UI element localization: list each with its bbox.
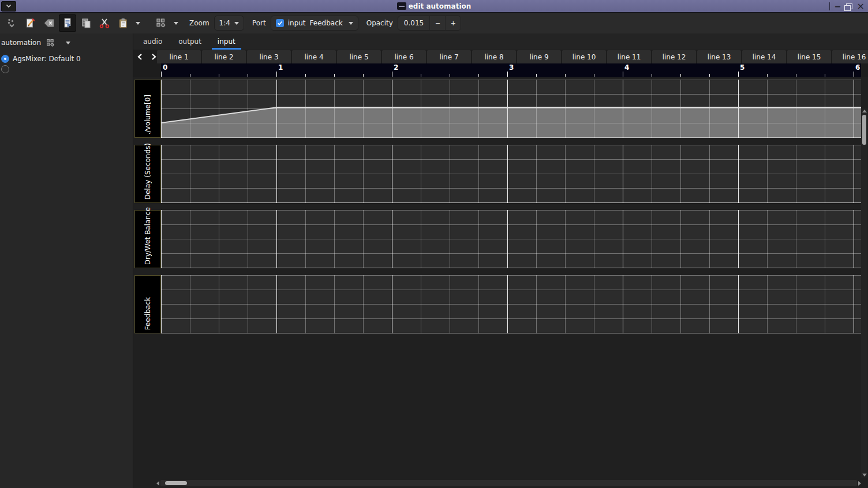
close-button[interactable]: × — [857, 2, 865, 11]
machine-radio-row[interactable]: AgsMixer: Default 0 — [1, 54, 133, 63]
minimize-button[interactable]: − — [835, 2, 841, 10]
line-tab-line-6[interactable]: line 6 — [382, 50, 426, 63]
radio-button[interactable] — [1, 65, 9, 73]
position-icon — [6, 17, 18, 29]
edit-tool-button[interactable] — [22, 14, 39, 32]
vscroll-thumb[interactable] — [862, 115, 866, 145]
port-combobox[interactable]: input Feedback — [271, 16, 358, 31]
paste-options-dropdown[interactable] — [133, 14, 143, 32]
port-name-label: Feedback — [310, 19, 345, 27]
opacity-increment-button[interactable]: + — [445, 16, 461, 30]
app-icon — [397, 2, 406, 10]
line-tab-line-4[interactable]: line 4 — [292, 50, 336, 63]
ruler-tick — [392, 72, 392, 77]
ruler-tick — [652, 74, 652, 77]
line-tab-line-8[interactable]: line 8 — [472, 50, 516, 63]
tab-input[interactable]: input — [212, 33, 241, 50]
edit-automation-window: edit automation − × — [0, 0, 868, 488]
horizontal-scrollbar[interactable] — [156, 479, 861, 487]
paste-tool-button[interactable] — [114, 14, 132, 32]
scroll-right-icon[interactable] — [858, 481, 861, 486]
scope-label: automation — [1, 39, 41, 47]
cut-tool-button[interactable] — [96, 14, 113, 32]
maximize-button[interactable] — [846, 3, 852, 9]
pencil-icon — [25, 17, 36, 29]
line-tab-line-16[interactable]: line 16 — [832, 50, 868, 63]
line-tab-line-2[interactable]: line 2 — [202, 50, 246, 63]
port-label: Port — [252, 19, 266, 27]
line-tab-line-14[interactable]: line 14 — [742, 50, 786, 63]
port-scope-label: input — [288, 19, 306, 27]
chevron-down-icon — [174, 22, 178, 25]
copy-tool-button[interactable] — [77, 14, 95, 32]
machine-selector-dropdown[interactable] — [171, 14, 181, 32]
clear-tool-button[interactable] — [40, 14, 58, 32]
lane-grid-feedback[interactable] — [161, 275, 861, 333]
scroll-up-icon[interactable] — [862, 110, 867, 112]
ruler[interactable]: 0123456 — [161, 63, 861, 77]
zoom-combobox[interactable]: 1:4 — [214, 16, 244, 31]
titlebar: edit automation − × — [0, 0, 868, 13]
tab-output[interactable]: output — [173, 33, 207, 50]
opacity-value[interactable]: 0.015 — [398, 19, 429, 27]
vertical-scrollbar[interactable] — [861, 108, 867, 478]
radio-button[interactable] — [1, 55, 9, 63]
ruler-tick — [190, 74, 190, 77]
lanes: ./volume[0]Delay (Seconds)Dry/Wet Balanc… — [133, 80, 868, 340]
automation-lane: Dry/Wet Balance — [134, 210, 861, 268]
scroll-down-icon[interactable] — [862, 474, 867, 476]
machine-selector-tool-button[interactable] — [152, 14, 170, 32]
line-tab-line-15[interactable]: line 15 — [787, 50, 831, 63]
line-tab-line-13[interactable]: line 13 — [697, 50, 741, 63]
line-tab-line-9[interactable]: line 9 — [517, 50, 561, 63]
editor-empty-area — [133, 340, 868, 479]
hscroll-track[interactable] — [160, 480, 857, 486]
scroll-left-icon[interactable] — [156, 481, 159, 486]
hscroll-thumb[interactable] — [165, 481, 187, 485]
opacity-spinbutton: 0.015 − + — [398, 16, 461, 31]
line-tab-line-7[interactable]: line 7 — [427, 50, 471, 63]
ruler-tick — [536, 74, 537, 77]
port-checkbox[interactable] — [276, 19, 284, 27]
lane-label: Delay (Seconds) — [134, 145, 161, 203]
machine-selector-icon — [46, 38, 55, 48]
line-tab-line-5[interactable]: line 5 — [337, 50, 381, 63]
line-tab-line-3[interactable]: line 3 — [247, 50, 291, 63]
chevron-left-icon[interactable] — [137, 53, 143, 61]
machine-list: AgsMixer: Default 0 — [1, 54, 133, 73]
window-menu-button[interactable] — [1, 1, 16, 12]
lane-grid--volume-0-[interactable] — [161, 80, 861, 138]
line-tabs: line 1line 2line 3line 4line 5line 6line… — [157, 50, 868, 63]
machine-radio-row[interactable] — [1, 65, 133, 73]
ruler-label: 2 — [394, 64, 398, 71]
chevron-right-icon[interactable] — [151, 53, 157, 61]
ruler-label: 4 — [624, 64, 629, 71]
opacity-label: Opacity — [366, 19, 393, 27]
ruler-tick — [825, 74, 825, 77]
ruler-tick — [594, 74, 594, 77]
machine-label: AgsMixer: Default 0 — [13, 55, 81, 63]
line-nav — [133, 50, 157, 63]
line-tab-line-1[interactable]: line 1 — [157, 50, 201, 63]
lane-grid-dry-wet-balance[interactable] — [161, 210, 861, 268]
line-tab-line-12[interactable]: line 12 — [652, 50, 696, 63]
chevron-down-icon — [349, 22, 353, 25]
zoom-value: 1:4 — [219, 19, 230, 27]
ruler-tick — [161, 72, 162, 77]
toolbar: Zoom 1:4 Port input Feedback Opacity 0.0… — [0, 13, 868, 33]
machine-dropdown[interactable] — [66, 42, 70, 44]
line-tab-line-10[interactable]: line 10 — [562, 50, 606, 63]
tab-audio[interactable]: audio — [137, 33, 168, 50]
copy-icon — [80, 17, 92, 29]
ruler-tick — [623, 72, 623, 77]
line-tab-line-11[interactable]: line 11 — [607, 50, 651, 63]
ruler-tick — [305, 74, 306, 77]
opacity-decrement-button[interactable]: − — [429, 16, 445, 30]
automation-lane: Feedback — [134, 275, 861, 333]
ruler-tick — [450, 74, 450, 77]
lane-grid-delay-seconds-[interactable] — [161, 145, 861, 203]
select-tool-button[interactable] — [59, 14, 76, 32]
position-tool-button[interactable] — [3, 14, 21, 32]
scope-row: automation — [1, 36, 133, 49]
ruler-tick — [363, 74, 364, 77]
